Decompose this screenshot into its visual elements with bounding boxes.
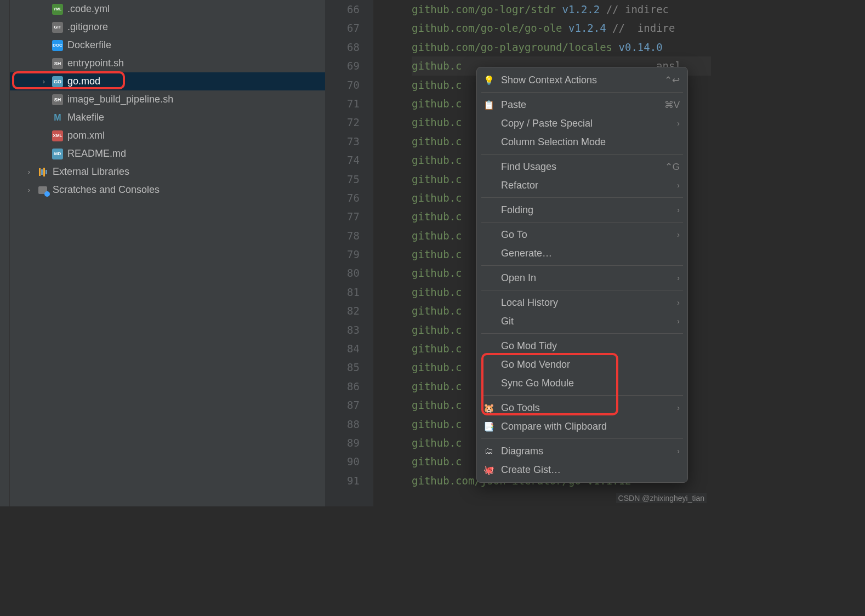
menu-item-folding[interactable]: Folding› bbox=[477, 201, 687, 219]
menu-item-go-mod-tidy[interactable]: Go Mod Tidy bbox=[477, 336, 687, 355]
md-icon: MD bbox=[52, 149, 63, 159]
menu-item-label: Go Mod Vendor bbox=[501, 359, 680, 370]
go-icon: 🐹 bbox=[483, 403, 494, 413]
scratch-icon bbox=[37, 185, 48, 196]
tool-window-bar[interactable] bbox=[0, 0, 10, 506]
menu-item-label: Local History bbox=[501, 297, 670, 309]
menu-item-label: Show Context Actions bbox=[501, 75, 658, 86]
mk-icon: M bbox=[52, 112, 63, 123]
menu-item-label: Folding bbox=[501, 204, 670, 216]
chevron-right-icon: › bbox=[677, 273, 680, 282]
line-number: 69 bbox=[325, 56, 360, 75]
line-number: 90 bbox=[325, 452, 360, 471]
line-number: 67 bbox=[325, 19, 360, 37]
context-menu: 💡Show Context Actions⌃↩📋Paste⌘VCopy / Pa… bbox=[476, 67, 688, 483]
menu-separator bbox=[481, 154, 683, 155]
menu-separator bbox=[481, 290, 683, 290]
menu-item-open-in[interactable]: Open In› bbox=[477, 269, 687, 287]
menu-item-show-context-actions[interactable]: 💡Show Context Actions⌃↩ bbox=[477, 71, 687, 89]
menu-item-git[interactable]: Git› bbox=[477, 312, 687, 330]
menu-item-label: Git bbox=[501, 316, 670, 327]
line-number: 81 bbox=[325, 283, 360, 301]
menu-item-go-to[interactable]: Go To› bbox=[477, 225, 687, 244]
tree-item-makefile[interactable]: MMakefile bbox=[10, 109, 325, 127]
tree-item-scratches-and-consoles[interactable]: ›Scratches and Consoles bbox=[10, 181, 325, 199]
menu-separator bbox=[481, 438, 683, 439]
line-number: 87 bbox=[325, 396, 360, 414]
chevron-right-icon: › bbox=[677, 230, 680, 239]
chevron-right-icon[interactable]: › bbox=[40, 77, 48, 85]
menu-item-sync-go-module[interactable]: Sync Go Module bbox=[477, 374, 687, 392]
menu-item-label: Column Selection Mode bbox=[501, 136, 680, 148]
menu-item-label: Go Mod Tidy bbox=[501, 340, 680, 352]
code-line[interactable]: github.com/go-logr/stdr v1.2.2 // indire… bbox=[412, 0, 711, 19]
line-number: 82 bbox=[325, 301, 360, 320]
tree-item-label: Scratches and Consoles bbox=[53, 184, 160, 196]
chevron-right-icon: › bbox=[677, 181, 680, 190]
tree-item-dockerfile[interactable]: DOCDockerfile bbox=[10, 36, 325, 54]
tree-item-label: .code.yml bbox=[67, 3, 110, 15]
docker-icon: DOC bbox=[52, 40, 63, 51]
menu-item-label: Create Gist… bbox=[501, 464, 680, 476]
code-line[interactable]: github.com/go-playground/locales v0.14.0 bbox=[412, 38, 711, 56]
chevron-right-icon[interactable]: › bbox=[25, 186, 33, 194]
line-number: 74 bbox=[325, 151, 360, 169]
tree-item--gitignore[interactable]: GIT.gitignore bbox=[10, 18, 325, 36]
tree-item-external-libraries[interactable]: ›External Libraries bbox=[10, 163, 325, 181]
tree-item-label: image_build_pipeline.sh bbox=[67, 94, 173, 105]
code-line[interactable]: github.com/go-ole/go-ole v1.2.4 // indir… bbox=[412, 19, 711, 37]
line-number: 80 bbox=[325, 264, 360, 282]
watermark: CSDN @zhixingheyi_tian bbox=[616, 493, 707, 503]
line-number: 66 bbox=[325, 0, 360, 19]
line-number: 75 bbox=[325, 170, 360, 189]
menu-item-label: Sync Go Module bbox=[501, 378, 680, 389]
tree-item-image-build-pipeline-sh[interactable]: SHimage_build_pipeline.sh bbox=[10, 90, 325, 109]
diagrams-icon: 🗂 bbox=[483, 446, 494, 456]
menu-item-label: Find Usages bbox=[501, 161, 658, 173]
line-number: 79 bbox=[325, 245, 360, 264]
menu-separator bbox=[481, 222, 683, 223]
menu-separator bbox=[481, 92, 683, 93]
line-number: 91 bbox=[325, 471, 360, 490]
menu-item-column-selection-mode[interactable]: Column Selection Mode bbox=[477, 133, 687, 151]
menu-item-label: Copy / Paste Special bbox=[501, 118, 670, 129]
create-icon: 🐙 bbox=[483, 465, 494, 475]
xml-icon: XML bbox=[52, 130, 63, 141]
chevron-right-icon[interactable]: › bbox=[25, 168, 33, 176]
menu-item-go-tools[interactable]: 🐹Go Tools› bbox=[477, 398, 687, 417]
line-number: 71 bbox=[325, 94, 360, 113]
menu-item-go-mod-vendor[interactable]: Go Mod Vendor bbox=[477, 355, 687, 374]
line-number: 84 bbox=[325, 339, 360, 358]
tree-item-pom-xml[interactable]: XMLpom.xml bbox=[10, 127, 325, 145]
tree-item-readme-md[interactable]: MDREADME.md bbox=[10, 145, 325, 163]
menu-item-copy---paste-special[interactable]: Copy / Paste Special› bbox=[477, 114, 687, 133]
line-number: 72 bbox=[325, 113, 360, 132]
menu-item-create-gist-[interactable]: 🐙Create Gist… bbox=[477, 460, 687, 479]
menu-item-compare-with-clipboard[interactable]: 📑Compare with Clipboard bbox=[477, 417, 687, 436]
menu-item-refactor[interactable]: Refactor› bbox=[477, 176, 687, 195]
menu-item-label: Refactor bbox=[501, 180, 670, 191]
tree-item-label: .gitignore bbox=[67, 21, 108, 33]
menu-item-diagrams[interactable]: 🗂Diagrams› bbox=[477, 442, 687, 460]
menu-item-label: Generate… bbox=[501, 248, 680, 259]
chevron-right-icon: › bbox=[677, 298, 680, 307]
menu-item-generate-[interactable]: Generate… bbox=[477, 244, 687, 263]
lib-icon bbox=[37, 167, 48, 178]
tree-item-label: Dockerfile bbox=[67, 39, 111, 51]
tree-item-label: entrypoint.sh bbox=[67, 58, 124, 69]
chevron-right-icon: › bbox=[677, 403, 680, 412]
menu-item-label: Diagrams bbox=[501, 446, 670, 457]
tree-item-label: Makefile bbox=[67, 112, 104, 123]
show-icon: 💡 bbox=[483, 75, 494, 85]
tree-item--code-yml[interactable]: YML.code.yml bbox=[10, 0, 325, 18]
chevron-right-icon: › bbox=[677, 206, 680, 214]
tree-item-label: External Libraries bbox=[53, 166, 129, 178]
menu-item-local-history[interactable]: Local History› bbox=[477, 293, 687, 312]
menu-separator bbox=[481, 333, 683, 334]
menu-item-find-usages[interactable]: Find Usages⌃G bbox=[477, 157, 687, 176]
menu-shortcut: ⌃↩ bbox=[664, 75, 680, 86]
menu-item-paste[interactable]: 📋Paste⌘V bbox=[477, 95, 687, 114]
tree-item-entrypoint-sh[interactable]: SHentrypoint.sh bbox=[10, 54, 325, 72]
tree-item-go-mod[interactable]: ›GOgo.mod bbox=[10, 72, 325, 90]
sh-icon: SH bbox=[52, 58, 63, 69]
